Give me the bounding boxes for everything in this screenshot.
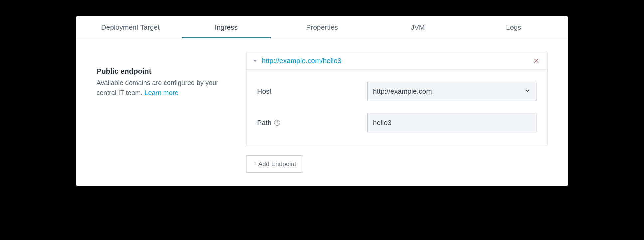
endpoint-url-link[interactable]: http://example.com/hello3 — [262, 57, 528, 65]
endpoint-header: http://example.com/hello3 — [246, 52, 547, 70]
path-field-row: Path i — [257, 113, 537, 132]
tab-jvm[interactable]: JVM — [370, 16, 466, 38]
host-label: Host — [257, 87, 367, 95]
path-label-text: Path — [257, 119, 271, 127]
host-select-value: http://example.com — [373, 87, 432, 95]
tab-properties[interactable]: Properties — [274, 16, 370, 38]
host-select-wrapper: http://example.com — [367, 82, 537, 101]
tab-logs[interactable]: Logs — [466, 16, 562, 38]
path-input-wrapper — [367, 113, 537, 132]
close-icon — [534, 58, 539, 63]
endpoint-config: http://example.com/hello3 Host http://ex… — [246, 52, 548, 173]
endpoint-body: Host http://example.com — [246, 70, 547, 146]
host-select[interactable]: http://example.com — [367, 82, 537, 101]
path-label: Path i — [257, 119, 367, 127]
info-icon[interactable]: i — [274, 120, 280, 126]
path-input[interactable] — [367, 113, 537, 132]
remove-endpoint-button[interactable] — [533, 57, 540, 64]
tab-deployment-target[interactable]: Deployment Target — [82, 16, 178, 38]
host-field-row: Host http://example.com — [257, 82, 537, 101]
learn-more-link[interactable]: Learn more — [144, 89, 178, 96]
host-label-text: Host — [257, 87, 271, 95]
endpoint-card: http://example.com/hello3 Host http://ex… — [246, 52, 548, 146]
tab-ingress[interactable]: Ingress — [178, 16, 274, 38]
add-endpoint-button[interactable]: + Add Endpoint — [246, 155, 303, 173]
tab-bar: Deployment Target Ingress Properties JVM… — [76, 16, 568, 38]
collapse-toggle-icon[interactable] — [253, 60, 257, 62]
section-help-text: Available domains are configured by your… — [96, 78, 240, 98]
settings-panel: Deployment Target Ingress Properties JVM… — [76, 16, 568, 186]
section-description: Public endpoint Available domains are co… — [96, 52, 240, 173]
section-title: Public endpoint — [96, 67, 240, 76]
tab-content: Public endpoint Available domains are co… — [76, 38, 568, 186]
